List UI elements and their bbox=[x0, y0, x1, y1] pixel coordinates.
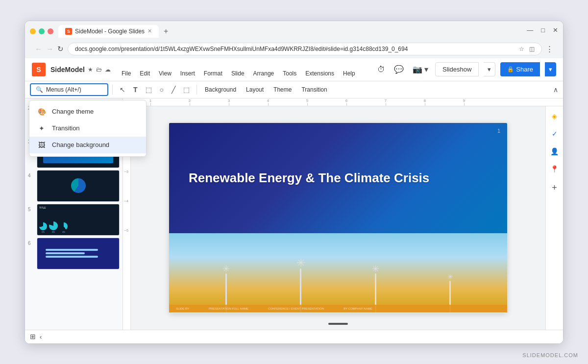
bottom-bar: ⊞ ‹ bbox=[25, 330, 563, 343]
watermark: SLIDEMODEL.COM bbox=[522, 352, 578, 358]
app-content: S SideModel ★ 🗁 ☁ File Edit View Insert … bbox=[25, 58, 563, 343]
prev-slide-button[interactable]: ‹ bbox=[40, 333, 42, 340]
dropdown-menu: 🎨 Change theme ✦ Transition 🖼 Change bac… bbox=[29, 100, 147, 157]
image-tool-button[interactable]: ⬚ bbox=[143, 84, 155, 96]
transition-icon: ✦ bbox=[37, 124, 46, 132]
document-title: SideModel bbox=[50, 66, 85, 73]
comments-icon[interactable]: 💬 bbox=[392, 63, 406, 76]
forward-button[interactable]: → bbox=[46, 45, 53, 53]
account-icon[interactable]: 👤 bbox=[548, 146, 561, 157]
win-close-icon[interactable]: ✕ bbox=[553, 26, 558, 34]
browser-tab[interactable]: S SideModel - Google Slides ✕ bbox=[58, 25, 159, 38]
vtick-5: 5 bbox=[123, 229, 130, 258]
shape-tool-button[interactable]: ○ bbox=[157, 84, 167, 96]
vtick-3: 3 bbox=[123, 170, 130, 199]
menu-tools[interactable]: Tools bbox=[279, 69, 300, 78]
slide-item-4[interactable]: 4 bbox=[28, 170, 120, 202]
slide-number-5: 5 bbox=[28, 207, 34, 212]
new-tab-button[interactable]: + bbox=[161, 27, 171, 36]
minimize-button[interactable] bbox=[30, 28, 36, 34]
share-button[interactable]: 🔒 Share bbox=[500, 62, 540, 76]
header-right: ⏱ 💬 📷 ▾ Slideshow ▾ 🔒 Share ▾ bbox=[375, 62, 556, 76]
change-theme-item[interactable]: 🎨 Change theme bbox=[29, 103, 146, 120]
nav-buttons: ← → ↻ bbox=[35, 45, 64, 53]
transition-button[interactable]: Transition bbox=[297, 84, 331, 95]
select-tool-button[interactable]: ↖ bbox=[117, 84, 128, 96]
ruler-ticks: 1 2 3 4 5 6 7 8 9 bbox=[131, 98, 484, 106]
check-icon[interactable]: ✓ bbox=[550, 128, 560, 140]
extension-icon[interactable]: ◫ bbox=[529, 46, 535, 52]
canvas-container[interactable]: Renewable Energy & The Climate Crisis 1 … bbox=[131, 106, 545, 330]
search-placeholder: Menus (Alt+/) bbox=[46, 86, 81, 93]
back-button[interactable]: ← bbox=[35, 45, 42, 53]
chrome-actions: ⋮ bbox=[546, 45, 553, 53]
menu-format[interactable]: Format bbox=[200, 69, 226, 78]
tick-3: 3 bbox=[209, 98, 248, 106]
vtick-4: 4 bbox=[123, 199, 130, 229]
cloud-icon[interactable]: ☁ bbox=[105, 66, 111, 73]
menu-extensions[interactable]: Extensions bbox=[301, 69, 338, 78]
change-background-item[interactable]: 🖼 Change background bbox=[29, 137, 146, 153]
wind-turbines-bg: ✳ ✳ bbox=[169, 233, 507, 313]
slide-canvas-area: 1 2 3 4 5 Renewable Energy & The Climate… bbox=[123, 106, 563, 330]
menu-slide[interactable]: Slide bbox=[227, 69, 248, 78]
add-icon[interactable]: + bbox=[550, 181, 559, 195]
docs-title-area: SideModel ★ 🗁 ☁ bbox=[50, 66, 111, 73]
maximize-button[interactable] bbox=[39, 28, 45, 34]
slide-item-6[interactable]: 6 bbox=[28, 238, 120, 269]
tab-favicon: S bbox=[65, 28, 72, 35]
slideshow-dropdown-button[interactable]: ▾ bbox=[484, 62, 495, 76]
background-button[interactable]: Background bbox=[201, 84, 240, 95]
menu-edit[interactable]: Edit bbox=[136, 69, 154, 78]
slideshow-button[interactable]: Slideshow bbox=[435, 62, 479, 76]
refresh-button[interactable]: ↻ bbox=[57, 45, 64, 53]
footer-text-1: SLIDE BY bbox=[176, 307, 189, 310]
slide-thumb-5[interactable]: TITLE 20% 80% bbox=[37, 204, 120, 236]
tick-7: 7 bbox=[366, 98, 405, 106]
comment-tool-button[interactable]: ⬚ bbox=[180, 84, 193, 96]
folder-icon[interactable]: 🗁 bbox=[96, 66, 102, 73]
bookmark-icon[interactable]: ☆ bbox=[519, 46, 524, 52]
menu-file[interactable]: File bbox=[118, 69, 135, 78]
win-maximize-icon[interactable]: □ bbox=[541, 26, 545, 34]
tab-close-button[interactable]: ✕ bbox=[147, 28, 152, 34]
slide-item-5[interactable]: 5 TITLE 20% 80% bbox=[28, 204, 120, 236]
more-options-icon[interactable]: ⋮ bbox=[546, 45, 553, 53]
theme-button[interactable]: Theme bbox=[270, 84, 295, 95]
search-icon: 🔍 bbox=[36, 86, 43, 93]
notification-icon[interactable]: ◈ bbox=[550, 110, 559, 122]
slide-thumb-4[interactable] bbox=[37, 170, 120, 202]
slide-footer: SLIDE BY PRESENTATION FULL NAME CONFEREN… bbox=[169, 305, 507, 313]
menu-search[interactable]: 🔍 Menus (Alt+/) bbox=[30, 83, 108, 96]
right-sidebar: ◈ ✓ 👤 📍 + bbox=[545, 106, 563, 330]
menu-help[interactable]: Help bbox=[339, 69, 359, 78]
url-bar[interactable]: docs.google.com/presentation/d/1t5WL4xzg… bbox=[68, 43, 542, 55]
slide-thumb-6[interactable] bbox=[37, 238, 120, 269]
docs-menu: File Edit View Insert Format Slide Arran… bbox=[118, 69, 359, 78]
win-minimize-icon[interactable]: — bbox=[527, 26, 533, 34]
camera-icon[interactable]: 📷 ▾ bbox=[411, 63, 430, 76]
layout-button[interactable]: Layout bbox=[242, 84, 268, 95]
close-button[interactable] bbox=[48, 28, 53, 34]
grid-view-icon[interactable]: ⊞ bbox=[30, 333, 36, 340]
slide-number-6: 6 bbox=[28, 241, 34, 246]
footer-text-2: PRESENTATION FULL NAME bbox=[209, 307, 248, 310]
toolbar-collapse-button[interactable]: ∧ bbox=[553, 86, 558, 94]
star-icon[interactable]: ★ bbox=[88, 66, 93, 73]
history-icon[interactable]: ⏱ bbox=[375, 63, 387, 76]
location-icon[interactable]: 📍 bbox=[548, 163, 561, 175]
footer-text-3: CONFERENCE / EVENT PRESENTATION bbox=[268, 307, 324, 310]
toolbar-separator-2 bbox=[196, 85, 197, 95]
docs-header: S SideModel ★ 🗁 ☁ File Edit View Insert … bbox=[25, 58, 563, 81]
slide-title: Renewable Energy & The Climate Crisis bbox=[189, 170, 429, 186]
text-tool-button[interactable]: T bbox=[130, 84, 141, 96]
tab-bar: S SideModel - Google Slides ✕ + — □ ✕ bbox=[30, 25, 558, 38]
menu-view[interactable]: View bbox=[155, 69, 175, 78]
menu-insert[interactable]: Insert bbox=[176, 69, 199, 78]
transition-item[interactable]: ✦ Transition bbox=[29, 120, 146, 137]
tick-8: 8 bbox=[405, 98, 444, 106]
line-tool-button[interactable]: ╱ bbox=[169, 84, 178, 96]
share-dropdown-button[interactable]: ▾ bbox=[545, 62, 556, 76]
change-background-label: Change background bbox=[52, 141, 109, 148]
menu-arrange[interactable]: Arrange bbox=[249, 69, 278, 78]
